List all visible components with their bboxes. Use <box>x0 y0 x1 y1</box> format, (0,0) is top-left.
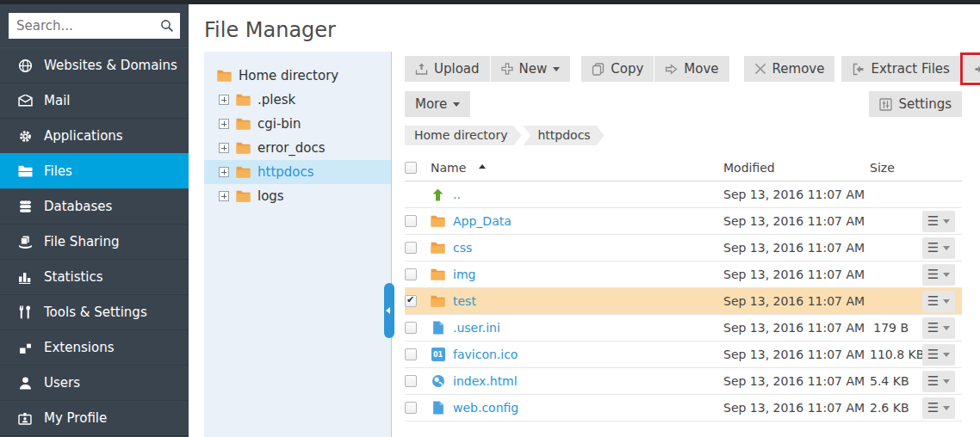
folder-icon <box>236 117 251 132</box>
sidebar-item-mail[interactable]: Mail <box>0 83 189 118</box>
sidebar-item-tools-settings[interactable]: Tools & Settings <box>0 294 189 329</box>
remove-button[interactable]: Remove <box>744 56 835 82</box>
expand-icon[interactable] <box>219 95 229 105</box>
file-link[interactable]: web.config <box>453 401 518 415</box>
sidebar-item-label: File Sharing <box>44 234 119 249</box>
breadcrumb-item-home-directory[interactable]: Home directory <box>405 126 521 145</box>
sidebar-item-files[interactable]: Files <box>0 153 189 188</box>
row-menu-button[interactable]: ☰ <box>922 344 955 366</box>
row-menu-button[interactable]: ☰ <box>922 371 955 392</box>
modified-cell: Sep 13, 2016 11:07 AM <box>723 188 870 201</box>
chevron-down-icon <box>943 326 950 334</box>
tree-item-label: .plesk <box>257 92 295 108</box>
tree-collapse-handle[interactable] <box>384 283 394 338</box>
extract-files-button[interactable]: Extract Files <box>841 56 959 82</box>
search-input[interactable] <box>9 13 180 39</box>
column-header-name[interactable]: Name <box>431 161 466 175</box>
row-menu-button[interactable]: ☰ <box>922 211 955 232</box>
chevron-down-icon <box>943 219 950 227</box>
column-header-size[interactable]: Size <box>870 161 909 175</box>
row-checkbox-checked[interactable] <box>405 295 417 307</box>
chevron-down-icon <box>943 379 950 387</box>
copy-icon <box>592 63 605 76</box>
file-link[interactable]: favicon.ico <box>453 348 518 361</box>
menu-lines-icon: ☰ <box>927 294 939 307</box>
chevron-down-icon <box>943 299 950 307</box>
row-checkbox[interactable] <box>405 268 417 280</box>
row-checkbox[interactable] <box>405 402 417 414</box>
expand-icon[interactable] <box>219 143 229 153</box>
table-row: css Sep 13, 2016 11:07 AM ☰ <box>405 235 962 262</box>
file-link[interactable]: css <box>453 241 472 255</box>
column-header-modified[interactable]: Modified <box>723 161 870 175</box>
chevron-down-icon <box>553 67 560 75</box>
tree-item-cgi-bin[interactable]: cgi-bin <box>204 112 391 136</box>
table-row: img Sep 13, 2016 11:07 AM ☰ <box>405 262 962 288</box>
row-menu-button[interactable]: ☰ <box>922 397 955 419</box>
html-file-icon <box>431 374 445 389</box>
file-link[interactable]: .. <box>453 188 461 201</box>
more-button[interactable]: More <box>405 91 470 117</box>
sidebar-item-label: Files <box>44 163 72 179</box>
toolbar: Upload New Copy Move Remove <box>405 52 962 85</box>
file-icon <box>431 401 445 415</box>
size-cell: 5.4 KB <box>870 374 909 388</box>
size-cell: 110.8 KB <box>870 348 909 361</box>
sort-ascending-icon <box>479 161 486 169</box>
page-title: File Manager <box>204 18 336 42</box>
row-checkbox[interactable] <box>405 348 417 360</box>
tree-item-home-directory[interactable]: Home directory <box>204 63 391 88</box>
file-link[interactable]: App_Data <box>453 214 512 228</box>
tree-item-error-docs[interactable]: error_docs <box>204 136 391 160</box>
sidebar-item-websites-domains[interactable]: Websites & Domains <box>0 47 189 83</box>
tree-item-label: Home directory <box>239 68 338 83</box>
table-row: index.html Sep 13, 2016 11:07 AM 5.4 KB … <box>405 368 962 395</box>
size-cell: 2.6 KB <box>870 401 909 415</box>
table-row: .. Sep 13, 2016 11:07 AM <box>405 182 962 208</box>
row-menu-button[interactable]: ☰ <box>922 291 955 312</box>
search-icon[interactable] <box>160 19 174 33</box>
upload-button[interactable]: Upload <box>405 56 490 82</box>
file-link[interactable]: img <box>453 268 475 281</box>
row-checkbox[interactable] <box>405 242 417 254</box>
sidebar-item-databases[interactable]: Databases <box>0 188 189 224</box>
file-icon <box>431 321 445 335</box>
sidebar-item-statistics[interactable]: Statistics <box>0 259 189 294</box>
upload-icon <box>415 63 428 76</box>
tree-item-logs[interactable]: logs <box>204 184 391 208</box>
sidebar-item-extensions[interactable]: Extensions <box>0 329 189 365</box>
file-link[interactable]: test <box>453 294 476 308</box>
sidebar-item-my-profile[interactable]: My Profile <box>0 400 189 435</box>
expand-icon[interactable] <box>219 119 229 129</box>
sidebar-item-label: My Profile <box>44 410 107 426</box>
chevron-down-icon <box>943 273 950 280</box>
row-checkbox[interactable] <box>405 375 417 387</box>
row-checkbox[interactable] <box>405 322 417 334</box>
expand-icon[interactable] <box>219 191 229 201</box>
chevron-down-icon <box>943 246 950 254</box>
settings-button[interactable]: Settings <box>869 91 962 117</box>
menu-lines-icon: ☰ <box>927 374 939 387</box>
new-button[interactable]: New <box>491 56 571 82</box>
bar-chart-icon <box>17 270 33 285</box>
row-menu-button[interactable]: ☰ <box>922 317 955 339</box>
sidebar-item-users[interactable]: Users <box>0 365 189 400</box>
tree-item-plesk[interactable]: .plesk <box>204 88 391 112</box>
row-checkbox[interactable] <box>405 215 417 227</box>
copy-button[interactable]: Copy <box>581 56 654 82</box>
add-to-archive-button[interactable]: Add to Archive <box>964 56 980 82</box>
breadcrumb-item-httpdocs[interactable]: httpdocs <box>523 126 604 145</box>
file-link[interactable]: .user.ini <box>453 321 500 335</box>
row-menu-button[interactable]: ☰ <box>922 237 955 259</box>
settings-sliders-icon <box>879 98 892 111</box>
file-link[interactable]: index.html <box>453 374 518 388</box>
expand-icon[interactable] <box>219 167 229 177</box>
move-button[interactable]: Move <box>654 56 729 82</box>
row-menu-button[interactable]: ☰ <box>922 264 955 286</box>
tree-item-httpdocs[interactable]: httpdocs <box>204 160 391 184</box>
sidebar-item-file-sharing[interactable]: File Sharing <box>0 224 189 259</box>
select-all-checkbox[interactable] <box>405 162 417 174</box>
table-row: .user.ini Sep 13, 2016 11:07 AM 179 B ☰ <box>405 315 962 342</box>
menu-lines-icon: ☰ <box>927 348 939 360</box>
sidebar-item-applications[interactable]: Applications <box>0 118 189 153</box>
